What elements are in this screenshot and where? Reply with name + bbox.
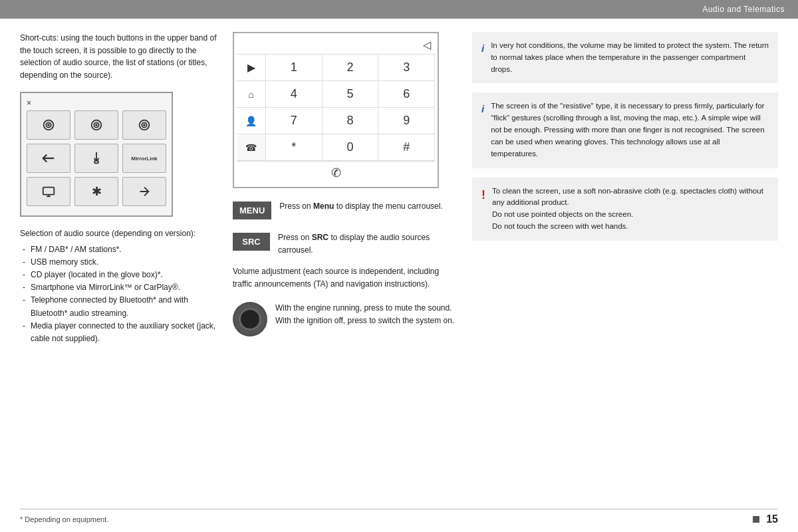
source-item-usb: USB memory stick. — [20, 256, 219, 269]
footer-note: * Depending on equipment. — [20, 515, 108, 523]
numpad-key-hash[interactable]: # — [378, 134, 435, 161]
source-items: FM / DAB* / AM stations*. USB memory sti… — [20, 243, 219, 346]
tp-close-icon: × — [27, 98, 166, 108]
numpad-key-3[interactable]: 3 — [378, 55, 435, 81]
right-column: i In very hot conditions, the volume may… — [472, 32, 778, 519]
warning-icon: ! — [481, 186, 485, 233]
info-text-2: The screen is of the "resistive" type, i… — [491, 100, 769, 160]
numpad-side: ▶ ⌂ 👤 ☎ — [237, 55, 266, 161]
tp-grid: MirrorLink ✱ — [27, 110, 166, 206]
tp-btn-mirrorlink[interactable]: MirrorLink — [122, 144, 166, 173]
mute-text: With the engine running, press to mute t… — [275, 302, 454, 327]
numpad-key-6[interactable]: 6 — [378, 81, 435, 108]
numpad-key-star[interactable]: * — [266, 134, 323, 161]
numpad-key-1[interactable]: 1 — [266, 55, 323, 81]
info-icon-1: i — [481, 41, 484, 75]
numpad-side-btn-play[interactable]: ▶ — [237, 55, 265, 81]
footer-page: 15 — [766, 513, 778, 525]
left-column: Short-cuts: using the touch buttons in t… — [20, 32, 219, 519]
numpad-key-0[interactable]: 0 — [323, 134, 379, 161]
info-icon-2: i — [481, 101, 484, 160]
tp-btn-bluetooth[interactable]: ✱ — [74, 177, 118, 206]
src-action-text: Press on SRC to display the audio source… — [278, 231, 459, 256]
svg-rect-10 — [43, 188, 55, 195]
source-item-media: Media player connected to the auxiliary … — [20, 320, 219, 345]
numpad-top-row: ◁ — [237, 36, 435, 55]
svg-point-8 — [144, 124, 145, 126]
numpad-key-2[interactable]: 2 — [323, 55, 379, 81]
tp-btn-radio1[interactable] — [27, 110, 70, 140]
numpad-key-9[interactable]: 9 — [378, 108, 435, 134]
tp-btn-radio3[interactable] — [122, 110, 166, 140]
mid-column: ◁ ▶ ⌂ 👤 ☎ 1 2 3 4 5 6 7 — [233, 32, 459, 519]
src-action-row: SRC Press on SRC to display the audio so… — [233, 231, 459, 256]
tp-btn-usb[interactable] — [74, 144, 118, 173]
tp-btn-screen[interactable] — [27, 177, 70, 206]
numpad-phone-icon: ✆ — [237, 161, 435, 184]
numpad-image: ◁ ▶ ⌂ 👤 ☎ 1 2 3 4 5 6 7 — [233, 32, 439, 188]
numpad-keys: 1 2 3 4 5 6 7 8 9 * 0 # — [266, 55, 435, 161]
tp-btn-aux[interactable] — [122, 177, 166, 206]
info-text-1: In very hot conditions, the volume may b… — [491, 40, 769, 75]
source-item-cd: CD player (located in the glove box)*. — [20, 269, 219, 281]
footer: * Depending on equipment. 15 — [20, 509, 778, 525]
info-box-1: i In very hot conditions, the volume may… — [472, 32, 778, 83]
touch-panel-image: × MirrorLink — [20, 92, 173, 217]
info-box-2: i The screen is of the "resistive" type,… — [472, 92, 778, 168]
mute-button[interactable] — [233, 302, 267, 336]
src-badge: SRC — [233, 233, 270, 251]
source-item-smartphone: Smartphone via MirrorLink™ or CarPlay®. — [20, 281, 219, 294]
numpad-side-btn-home[interactable]: ⌂ — [237, 81, 265, 108]
top-bar: Audio and Telematics — [0, 0, 798, 19]
source-item-fm: FM / DAB* / AM stations*. — [20, 243, 219, 256]
source-list: Selection of audio source (depending on … — [20, 227, 219, 345]
mute-row: With the engine running, press to mute t… — [233, 302, 459, 336]
numpad-key-8[interactable]: 8 — [323, 108, 379, 134]
right-col-inner: i In very hot conditions, the volume may… — [472, 32, 778, 241]
numpad-key-5[interactable]: 5 — [323, 81, 379, 108]
mute-inner — [239, 308, 261, 331]
numpad-side-btn-person[interactable]: 👤 — [237, 108, 265, 134]
numpad-body: ▶ ⌂ 👤 ☎ 1 2 3 4 5 6 7 8 9 * 0 — [237, 55, 435, 161]
numpad-key-4[interactable]: 4 — [266, 81, 323, 108]
volume-text: Volume adjustment (each source is indepe… — [233, 265, 459, 290]
svg-rect-9 — [94, 161, 98, 164]
svg-point-2 — [48, 124, 49, 126]
menu-action-row: MENU Press on Menu to display the menu c… — [233, 200, 459, 219]
warning-text: To clean the screen, use a soft non-abra… — [492, 186, 769, 233]
source-item-bluetooth: Telephone connected by Bluetooth* and wi… — [20, 294, 219, 319]
svg-point-5 — [96, 124, 97, 126]
main-content: Short-cuts: using the touch buttons in t… — [0, 19, 798, 532]
footer-square — [753, 516, 759, 523]
numpad-key-7[interactable]: 7 — [266, 108, 323, 134]
footer-right: 15 — [753, 513, 778, 525]
menu-action-text: Press on Menu to display the menu carrou… — [279, 200, 442, 213]
numpad-back-arrow: ◁ — [423, 39, 431, 51]
page-title: Audio and Telematics — [702, 5, 785, 14]
shortcuts-text: Short-cuts: using the touch buttons in t… — [20, 32, 219, 81]
source-title: Selection of audio source (depending on … — [20, 227, 219, 240]
warning-box: ! To clean the screen, use a soft non-ab… — [472, 178, 778, 241]
numpad-side-btn-phone[interactable]: ☎ — [237, 134, 265, 161]
menu-badge: MENU — [233, 201, 271, 219]
tp-btn-back[interactable] — [27, 144, 70, 173]
tp-btn-radio2[interactable] — [74, 110, 118, 140]
